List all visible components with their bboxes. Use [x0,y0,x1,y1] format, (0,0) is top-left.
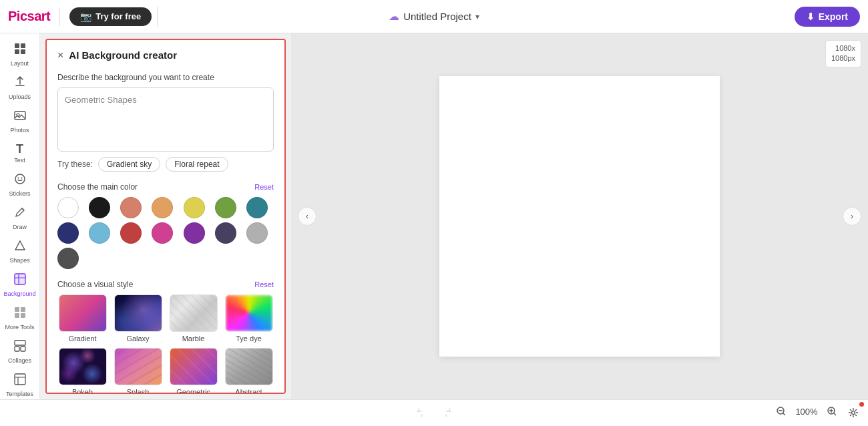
bottom-bar: 100% [0,399,868,426]
color-swatch-teal[interactable] [246,197,268,218]
camera-icon: 📷 [80,11,91,22]
sidebar-item-layout[interactable]: Layout [3,39,37,71]
style-gradient-label: Gradient [68,335,96,343]
style-abstract-label: Abstract [235,388,262,394]
canvas-area: ‹ › 1080x1080px [291,33,868,399]
color-swatch-gray[interactable] [246,222,268,244]
panel-close-button[interactable]: × [57,50,63,61]
sidebar-item-more-tools[interactable]: More Tools [3,302,37,335]
main-area: Layout Uploads Photos T Text Stickers [0,33,868,399]
canvas-nav-right-button[interactable]: › [843,207,861,226]
chip-gradient-sky[interactable]: Gradient sky [98,157,160,172]
zoom-percentage: 100% [793,407,820,417]
color-swatch-dark-gray[interactable] [57,248,79,269]
background-icon [14,273,26,288]
history-actions [413,402,455,421]
color-swatch-dark-purple[interactable] [215,222,236,244]
sidebar-item-background[interactable]: Background [3,269,37,301]
color-swatch-yellow[interactable] [184,197,205,218]
describe-label: Describe the background you want to crea… [57,73,274,82]
style-galaxy[interactable]: Galaxy [113,294,163,343]
svg-rect-17 [21,347,25,351]
sidebar-item-photos[interactable]: Photos [3,105,37,138]
settings-wrapper [844,403,863,422]
project-title[interactable]: Untitled Project [403,11,471,22]
zoom-out-button[interactable] [772,402,791,421]
color-grid [57,197,274,269]
svg-rect-1 [21,43,25,48]
panel-body: Describe the background you want to crea… [47,67,284,394]
color-swatch-pink[interactable] [152,222,173,244]
color-swatch-white[interactable] [57,197,79,218]
panel-header: × AI Background creator [47,40,284,67]
photos-icon [14,110,26,125]
stickers-label: Stickers [9,190,30,197]
color-swatch-purple[interactable] [184,222,205,244]
sidebar-item-draw[interactable]: Draw [3,202,37,234]
uploads-icon [14,76,26,91]
color-swatch-red[interactable] [120,222,142,244]
color-swatch-salmon[interactable] [120,197,142,218]
style-tye-dye[interactable]: Tye dye [224,294,274,343]
svg-point-8 [21,178,22,179]
templates-label: Templates [6,391,33,397]
try-these-label: Try these: [57,160,93,169]
color-swatch-light-blue[interactable] [89,222,110,244]
style-section-header: Choose a visual style Reset [57,280,274,289]
sidebar-item-stickers[interactable]: Stickers [3,169,37,201]
redo-button[interactable] [437,402,455,421]
undo-button[interactable] [413,402,431,421]
style-geometric[interactable]: Geometric [168,348,218,394]
chip-floral-repeat[interactable]: Floral repeat [166,157,228,172]
collages-label: Collages [8,357,31,364]
canvas-white [439,76,720,357]
topbar-center: ☁ Untitled Project ▾ [389,10,479,23]
textarea-wrapper: Geometric Shapes [57,87,274,152]
style-abstract[interactable]: Abstract [224,348,274,394]
topbar-divider [59,7,60,26]
style-bokeh[interactable]: Bokeh [57,348,107,394]
canvas-nav-left-button[interactable]: ‹ [298,207,316,226]
svg-rect-15 [15,341,25,345]
sidebar-item-collages[interactable]: Collages [3,336,37,368]
export-button[interactable]: ⬇ Export [795,7,860,27]
stickers-icon [14,173,26,188]
style-bokeh-label: Bokeh [72,388,93,394]
color-swatch-navy[interactable] [57,222,79,244]
background-description-input[interactable]: Geometric Shapes [58,88,273,148]
svg-rect-13 [15,313,19,318]
logo: Picsart [8,9,50,24]
svg-rect-14 [21,313,25,318]
svg-rect-12 [21,307,25,312]
style-marble[interactable]: Marble [168,294,218,343]
chevron-down-icon[interactable]: ▾ [475,12,479,21]
svg-point-7 [17,178,19,179]
sidebar-item-text[interactable]: T Text [3,139,37,168]
shapes-label: Shapes [9,257,30,264]
topbar-sep [157,7,158,27]
color-reset-button[interactable]: Reset [254,183,274,191]
style-gradient[interactable]: Gradient [57,294,107,343]
more-tools-label: More Tools [5,324,35,331]
export-label: Export [819,11,848,22]
canvas-size-badge: 1080x1080px [825,40,861,67]
sidebar-item-uploads[interactable]: Uploads [3,72,37,104]
style-splash-label: Splash [127,388,150,394]
zoom-controls: 100% [772,402,841,421]
topbar: Picsart 📷 Try for free ☁ Untitled Projec… [0,0,868,33]
color-swatch-black[interactable] [89,197,110,218]
svg-rect-9 [15,274,25,284]
style-reset-button[interactable]: Reset [254,280,274,288]
try-free-button[interactable]: 📷 Try for free [69,7,152,26]
settings-button[interactable] [844,403,863,422]
svg-rect-11 [15,307,19,312]
sidebar-item-templates[interactable]: Templates [3,369,37,399]
color-swatch-orange[interactable] [152,197,173,218]
style-splash[interactable]: Splash [113,348,163,394]
zoom-in-button[interactable] [823,402,841,421]
sidebar-item-shapes[interactable]: Shapes [3,236,37,268]
shapes-icon [14,240,26,255]
svg-rect-0 [15,43,19,48]
color-swatch-green[interactable] [215,197,236,218]
panel-title: AI Background creator [69,49,177,61]
